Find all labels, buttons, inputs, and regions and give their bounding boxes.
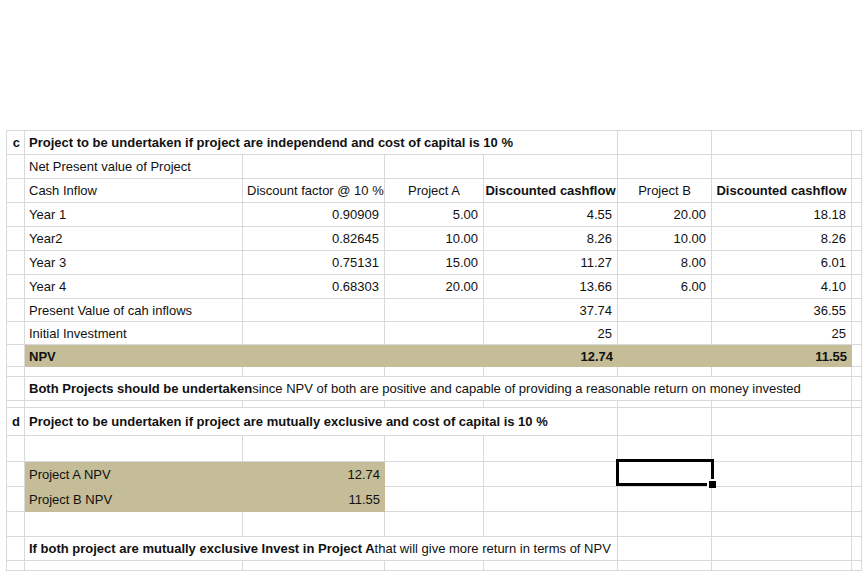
cell-initial-investment-b[interactable]: 25 — [712, 322, 852, 345]
row-project-a-npv: Project A NPV 12.74 — [7, 462, 862, 487]
cell-empty — [712, 408, 852, 436]
cell-discount-factor[interactable]: 0.82645 — [243, 227, 385, 251]
cell-project-b-cashflow[interactable]: 10.00 — [618, 227, 712, 251]
cell-year-label[interactable]: Year 4 — [25, 275, 243, 299]
cell-discounted-b[interactable]: 8.26 — [712, 227, 852, 251]
cell-year-label[interactable]: Year2 — [25, 227, 243, 251]
row-c-title: c Project to be undertaken if project ar… — [7, 131, 862, 155]
row-d-conclusion: If both project are mutually exclusive I… — [7, 537, 862, 561]
cell-section-d-title[interactable]: Project to be undertaken if project are … — [25, 408, 618, 436]
cell-empty — [852, 345, 862, 367]
cell-empty — [7, 537, 25, 561]
cell-empty — [7, 561, 25, 571]
cell-empty — [385, 299, 484, 322]
cell-empty — [618, 367, 712, 377]
cell-discounted-b[interactable]: 18.18 — [712, 203, 852, 227]
cell-empty — [385, 401, 484, 408]
cell-empty — [243, 401, 385, 408]
selected-cell-outline[interactable] — [616, 459, 714, 486]
header-project-a[interactable]: Project A — [385, 179, 484, 203]
cell-initial-investment-a[interactable]: 25 — [484, 322, 618, 345]
cell-npv-a[interactable]: 12.74 — [243, 345, 618, 367]
npv-highlight-band[interactable]: NPV 12.74 11.55 — [25, 345, 852, 367]
cell-row-label-d[interactable]: d — [7, 408, 25, 436]
cell-c-conclusion[interactable]: Both Projects should be undertaken since… — [25, 377, 852, 401]
cell-empty — [25, 436, 243, 462]
cell-npv-b[interactable]: 11.55 — [618, 345, 852, 367]
cell-project-b-cashflow[interactable]: 20.00 — [618, 203, 712, 227]
d-conclusion-rest: that will give more return in terms of N… — [375, 542, 611, 555]
cell-empty — [7, 367, 25, 377]
cell-project-b-cashflow[interactable]: 6.00 — [618, 275, 712, 299]
row-d-title: d Project to be undertaken if project ar… — [7, 408, 862, 436]
cell-subtitle[interactable]: Net Present value of Project — [25, 155, 243, 179]
cell-discounted-a[interactable]: 13.66 — [484, 275, 618, 299]
row-initial-investment: Initial Investment 25 25 — [7, 322, 862, 345]
header-discounted-cashflow-a[interactable]: Discounted cashflow — [484, 179, 618, 203]
header-project-b[interactable]: Project B — [618, 179, 712, 203]
cell-empty — [618, 512, 712, 537]
cell-year-label[interactable]: Year 3 — [25, 251, 243, 275]
cell-discounted-a[interactable]: 8.26 — [484, 227, 618, 251]
cell-present-value-b[interactable]: 36.55 — [712, 299, 852, 322]
cell-discounted-b[interactable]: 4.10 — [712, 275, 852, 299]
cell-empty — [7, 487, 25, 512]
cell-project-a-cashflow[interactable]: 20.00 — [385, 275, 484, 299]
cell-row-label-c[interactable]: c — [7, 131, 25, 155]
cell-project-a-cashflow[interactable]: 10.00 — [385, 227, 484, 251]
cell-discount-factor[interactable]: 0.68303 — [243, 275, 385, 299]
header-cash-inflow[interactable]: Cash Inflow — [25, 179, 243, 203]
cell-initial-investment-label[interactable]: Initial Investment — [25, 322, 243, 345]
cell-empty — [618, 487, 712, 512]
cell-empty — [7, 203, 25, 227]
cell-project-b-npv-value[interactable]: 11.55 — [265, 487, 385, 512]
cell-empty — [852, 275, 862, 299]
cell-empty — [852, 227, 862, 251]
cell-empty — [618, 561, 712, 571]
cell-present-value-label[interactable]: Present Value of cah inflows — [25, 299, 243, 322]
cell-empty — [7, 345, 25, 367]
cell-empty — [7, 179, 25, 203]
cell-project-a-npv-label[interactable]: Project A NPV — [25, 462, 265, 487]
worksheet-grid: c Project to be undertaken if project ar… — [6, 130, 862, 571]
cell-empty — [385, 512, 484, 537]
cell-empty — [7, 299, 25, 322]
cell-project-b-cashflow[interactable]: 8.00 — [618, 251, 712, 275]
cell-year-label[interactable]: Year 1 — [25, 203, 243, 227]
cell-discounted-a[interactable]: 4.55 — [484, 203, 618, 227]
project-a-npv-band[interactable]: Project A NPV 12.74 — [25, 462, 385, 487]
row-npv: NPV 12.74 11.55 — [7, 345, 862, 367]
cell-empty — [852, 155, 862, 179]
cell-project-a-cashflow[interactable]: 5.00 — [385, 203, 484, 227]
cell-empty — [618, 401, 712, 408]
cell-project-b-npv-label[interactable]: Project B NPV — [25, 487, 265, 512]
cell-empty — [7, 436, 25, 462]
cell-present-value-a[interactable]: 37.74 — [484, 299, 618, 322]
cell-empty — [243, 561, 385, 571]
cell-empty — [852, 299, 862, 322]
fill-handle[interactable] — [707, 479, 716, 488]
cell-d-conclusion[interactable]: If both project are mutually exclusive I… — [25, 537, 618, 561]
header-discount-factor[interactable]: Discount factor @ 10 % — [243, 179, 385, 203]
cell-empty — [7, 512, 25, 537]
cell-npv-label[interactable]: NPV — [25, 345, 243, 367]
cell-section-c-title[interactable]: Project to be undertaken if project are … — [25, 131, 618, 155]
cell-empty — [852, 462, 862, 487]
cell-empty — [712, 512, 852, 537]
cell-project-a-cashflow[interactable]: 15.00 — [385, 251, 484, 275]
cell-discounted-b[interactable]: 6.01 — [712, 251, 852, 275]
cell-empty — [385, 436, 484, 462]
header-discounted-cashflow-b[interactable]: Discounted cashflow — [712, 179, 852, 203]
cell-empty — [25, 367, 243, 377]
cell-discount-factor[interactable]: 0.75131 — [243, 251, 385, 275]
cell-project-a-npv-value[interactable]: 12.74 — [265, 462, 385, 487]
cell-empty — [712, 401, 852, 408]
cell-discounted-a[interactable]: 11.27 — [484, 251, 618, 275]
cell-discount-factor[interactable]: 0.90909 — [243, 203, 385, 227]
cell-empty — [712, 462, 852, 487]
project-b-npv-band[interactable]: Project B NPV 11.55 — [25, 487, 385, 512]
cell-empty — [618, 537, 712, 561]
cell-empty — [243, 367, 385, 377]
cell-empty — [385, 561, 484, 571]
cell-empty — [25, 561, 243, 571]
